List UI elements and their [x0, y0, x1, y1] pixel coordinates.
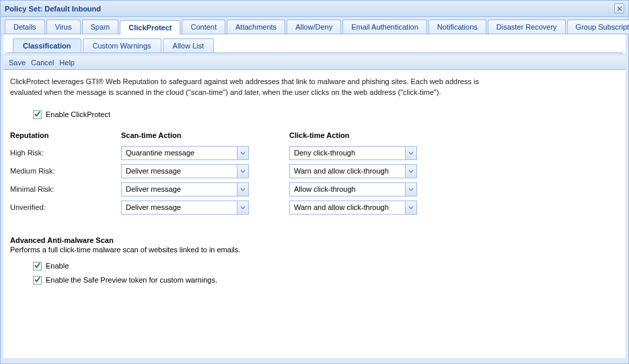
titlebar: Policy Set: Default Inbound [1, 1, 628, 17]
subtab-allow-list[interactable]: Allow List [163, 38, 214, 52]
reputation-grid: Reputation Scan-time Action Click-time A… [10, 131, 619, 215]
select-minimal-click-value: Allow click-through [290, 185, 360, 193]
select-high-click[interactable]: Deny click-through [289, 146, 417, 160]
content-wrap: Classification Custom Warnings Allow Lis… [3, 34, 626, 53]
tab-email-auth[interactable]: Email Authentication [342, 20, 427, 34]
chevron-down-icon [237, 183, 248, 196]
row-high-risk-label: High Risk: [10, 149, 121, 157]
row-minimal-risk-label: Minimal Risk: [10, 185, 121, 193]
col-header-reputation: Reputation [10, 131, 121, 142]
select-unverified-click-value: Warn and allow click-through [290, 203, 393, 211]
select-minimal-scan[interactable]: Deliver message [121, 182, 249, 196]
tab-group-subscriptions[interactable]: Group Subscriptions [567, 20, 629, 34]
check-icon [34, 276, 41, 285]
tab-virus[interactable]: Virus [46, 20, 81, 34]
tab-attachments[interactable]: Attachments [227, 20, 285, 34]
enable-clickprotect-checkbox[interactable] [33, 110, 42, 119]
enable-clickprotect-label: Enable ClickProtect [46, 110, 110, 118]
advanced-enable-checkbox[interactable] [33, 262, 42, 270]
select-medium-click-value: Warn and allow click-through [290, 167, 393, 175]
policy-window: Policy Set: Default Inbound Details Viru… [0, 0, 629, 364]
select-high-scan[interactable]: Quarantine message [121, 146, 249, 160]
close-button[interactable] [614, 3, 624, 13]
select-medium-scan[interactable]: Deliver message [121, 164, 249, 178]
col-header-click: Click-time Action [289, 131, 457, 142]
chevron-down-icon [405, 165, 416, 178]
row-medium-risk-label: Medium Risk: [10, 167, 121, 175]
advanced-header: Advanced Anti-malware Scan [10, 236, 619, 244]
col-header-scan: Scan-time Action [121, 131, 289, 142]
select-high-click-value: Deny click-through [290, 149, 359, 157]
safe-preview-label: Enable the Safe Preview token for custom… [46, 276, 217, 284]
chevron-down-icon [405, 201, 416, 214]
safe-preview-row: Enable the Safe Preview token for custom… [33, 276, 619, 285]
advanced-enable-label: Enable [46, 262, 69, 270]
select-unverified-click[interactable]: Warn and allow click-through [289, 201, 417, 215]
chevron-down-icon [237, 165, 248, 178]
advanced-desc: Performs a full click-time malware scan … [10, 246, 619, 254]
select-minimal-click[interactable]: Allow click-through [289, 182, 417, 196]
tab-clickprotect[interactable]: ClickProtect [120, 20, 180, 34]
window-title: Policy Set: Default Inbound [5, 5, 101, 13]
select-unverified-scan-value: Deliver message [122, 203, 185, 211]
select-unverified-scan[interactable]: Deliver message [121, 201, 249, 215]
chevron-down-icon [237, 201, 248, 214]
description-text: ClickProtect leverages GTI® Web Reputati… [10, 77, 501, 98]
tab-spam[interactable]: Spam [82, 20, 119, 34]
enable-clickprotect-row: Enable ClickProtect [33, 110, 619, 119]
tab-content[interactable]: Content [182, 20, 225, 34]
check-icon [34, 262, 41, 270]
toolbar: Save Cancel Help [3, 56, 626, 70]
row-unverified-label: Unverified: [10, 203, 121, 211]
sub-tabstrip: Classification Custom Warnings Allow Lis… [6, 34, 623, 53]
save-button[interactable]: Save [9, 59, 26, 67]
main-tabstrip: Details Virus Spam ClickProtect Content … [1, 17, 628, 34]
select-high-scan-value: Quarantine message [122, 149, 198, 157]
subtab-classification[interactable]: Classification [13, 38, 81, 52]
check-icon [34, 110, 41, 119]
tab-disaster-recovery[interactable]: Disaster Recovery [488, 20, 566, 34]
chevron-down-icon [405, 147, 416, 159]
tab-notifications[interactable]: Notifications [429, 20, 486, 34]
chevron-down-icon [405, 183, 416, 196]
cancel-button[interactable]: Cancel [31, 59, 54, 67]
body-content: ClickProtect leverages GTI® Web Reputati… [3, 70, 626, 358]
tab-allow-deny[interactable]: Allow/Deny [287, 20, 341, 34]
select-medium-click[interactable]: Warn and allow click-through [289, 164, 417, 178]
close-icon [617, 5, 622, 13]
tab-details[interactable]: Details [5, 20, 45, 34]
select-minimal-scan-value: Deliver message [122, 185, 185, 193]
subtab-custom-warnings[interactable]: Custom Warnings [83, 38, 161, 52]
help-button[interactable]: Help [59, 59, 75, 67]
advanced-enable-row: Enable [33, 262, 619, 270]
select-medium-scan-value: Deliver message [122, 167, 185, 175]
safe-preview-checkbox[interactable] [33, 276, 42, 285]
chevron-down-icon [237, 147, 248, 159]
